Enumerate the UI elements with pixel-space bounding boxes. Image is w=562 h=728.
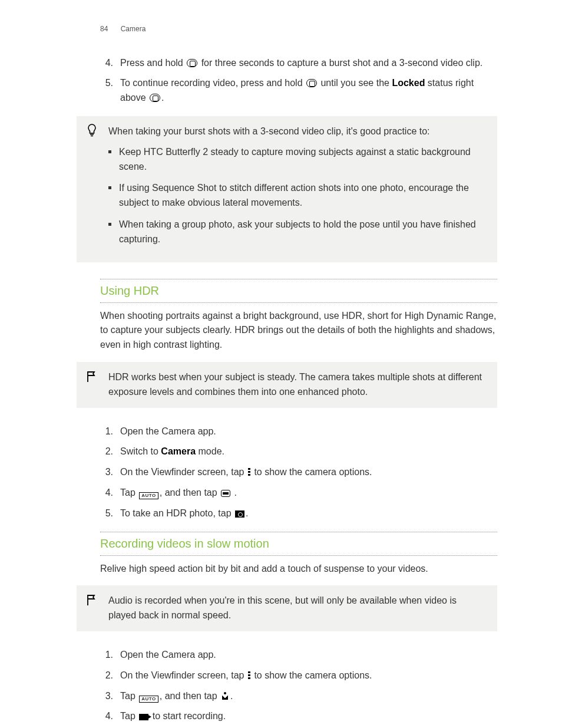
- tip-bullets: Keep HTC Butterfly 2 steady to capture m…: [108, 145, 487, 247]
- auto-mode-icon: AUTO: [139, 492, 158, 499]
- tip-burst-practice: When taking your burst shots with a 3-se…: [77, 116, 497, 262]
- header-section: Camera: [121, 25, 146, 33]
- tip-bullet: If using Sequence Shot to stitch differe…: [108, 181, 487, 210]
- shutter-icon: [235, 510, 244, 518]
- slow-step-1: 1. Open the Camera app.: [100, 648, 497, 663]
- menu-dots-icon: [248, 468, 250, 476]
- step-4: 4. Press and hold for three seconds to c…: [100, 56, 497, 71]
- record-video-icon: [139, 714, 148, 720]
- slow-step-4: 4. Tap to start recording.: [100, 709, 497, 724]
- slow-step-3: 3. Tap AUTO, and then tap .: [100, 689, 497, 704]
- hdr-step-2: 2. Switch to Camera mode.: [100, 444, 497, 459]
- hdr-steps: 1. Open the Camera app. 2. Switch to Cam…: [100, 424, 497, 521]
- flag-icon: [86, 592, 97, 612]
- hdr-mode-icon: [221, 490, 230, 497]
- note-slow-audio: Audio is recorded when you're in this sc…: [77, 585, 497, 631]
- slow-steps: 1. Open the Camera app. 2. On the Viewfi…: [100, 648, 497, 728]
- note-hdr: HDR works best when your subject is stea…: [77, 362, 497, 408]
- slow-motion-icon: [221, 692, 229, 700]
- tip-lead: When taking your burst shots with a 3-se…: [108, 124, 487, 139]
- camera-icon: [150, 94, 160, 102]
- burst-steps-continued: 4. Press and hold for three seconds to c…: [100, 56, 497, 106]
- auto-mode-icon: AUTO: [139, 696, 158, 703]
- note-text: HDR works best when your subject is stea…: [108, 370, 487, 400]
- page-header: 84 Camera: [100, 24, 497, 35]
- hdr-intro: When shooting portraits against a bright…: [100, 309, 497, 353]
- note-text: Audio is recorded when you're in this sc…: [108, 594, 487, 623]
- step-5: 5. To continue recording video, press an…: [100, 76, 497, 106]
- camera-icon: [187, 59, 197, 67]
- lightbulb-icon: [86, 123, 98, 143]
- heading-using-hdr: Using HDR: [100, 279, 497, 303]
- flag-icon: [86, 369, 97, 389]
- camera-icon: [306, 79, 317, 87]
- slow-step-2: 2. On the Viewfinder screen, tap to show…: [100, 668, 497, 683]
- page-number: 84: [100, 25, 108, 33]
- tip-bullet: Keep HTC Butterfly 2 steady to capture m…: [108, 145, 487, 174]
- hdr-step-3: 3. On the Viewfinder screen, tap to show…: [100, 465, 497, 480]
- menu-dots-icon: [248, 671, 250, 680]
- hdr-step-4: 4. Tap AUTO, and then tap .: [100, 486, 497, 500]
- hdr-step-1: 1. Open the Camera app.: [100, 424, 497, 439]
- heading-slow-motion: Recording videos in slow motion: [100, 532, 497, 556]
- tip-bullet: When taking a group photo, ask your subj…: [108, 218, 487, 247]
- hdr-step-5: 5. To take an HDR photo, tap .: [100, 506, 497, 521]
- slow-intro: Relive high speed action bit by bit and …: [100, 562, 497, 577]
